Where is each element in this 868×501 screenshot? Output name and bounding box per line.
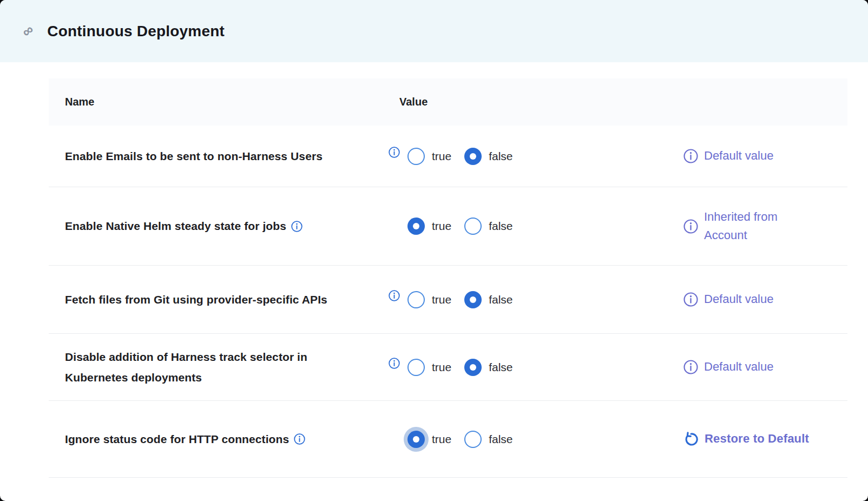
radio-false[interactable]: false [464, 148, 512, 165]
radio-false[interactable]: false [464, 291, 512, 308]
settings-page: ∞ Continuous Deployment Name Value Enabl… [0, 0, 868, 501]
info-icon[interactable] [683, 360, 698, 374]
setting-name-cell: Disable addition of Harness track select… [49, 347, 384, 388]
radio-button[interactable] [464, 431, 482, 448]
setting-status: Inherited from Account [679, 208, 847, 245]
setting-status: Default value [679, 147, 847, 165]
setting-name-cell: Enable Emails to be sent to non-Harness … [49, 146, 384, 167]
column-header-name: Name [49, 96, 384, 108]
table-header: Name Value [49, 78, 847, 126]
info-icon[interactable] [683, 219, 698, 234]
setting-label: Fetch files from Git using provider-spec… [65, 289, 327, 310]
info-icon[interactable] [683, 292, 698, 307]
setting-value-cell: true false [384, 291, 679, 308]
setting-label: Enable Native Helm steady state for jobs [65, 216, 286, 236]
restore-default-button[interactable]: Restore to Default [679, 430, 847, 448]
radio-false[interactable]: false [464, 431, 512, 448]
info-icon[interactable] [389, 290, 400, 301]
status-label: Default value [704, 147, 773, 165]
setting-status: Default value [679, 290, 847, 308]
column-header-value: Value [384, 96, 679, 108]
radio-true[interactable]: true [407, 291, 451, 308]
status-label: Default value [704, 290, 773, 308]
radio-button[interactable] [407, 359, 425, 376]
setting-label: Ignore status code for HTTP connections [65, 429, 289, 450]
radio-true[interactable]: true [407, 217, 451, 235]
setting-value-cell: true false [384, 359, 679, 376]
info-icon[interactable] [389, 147, 400, 158]
info-icon[interactable] [291, 221, 303, 232]
radio-button[interactable] [407, 217, 425, 235]
link-icon[interactable]: ∞ [19, 22, 37, 40]
radio-true[interactable]: true [407, 148, 451, 165]
setting-label: Disable addition of Harness track select… [65, 347, 368, 388]
table-body: Enable Emails to be sent to non-Harness … [49, 126, 847, 478]
info-icon[interactable] [389, 358, 400, 369]
radio-button[interactable] [464, 359, 482, 376]
section-header: ∞ Continuous Deployment [0, 0, 868, 62]
info-icon[interactable] [294, 433, 305, 445]
radio-false[interactable]: false [464, 217, 512, 235]
status-label: Inherited from Account [704, 208, 820, 245]
setting-value-cell: true false [384, 217, 679, 235]
radio-button[interactable] [464, 148, 482, 165]
radio-button[interactable] [407, 291, 425, 308]
radio-button[interactable] [407, 431, 425, 448]
setting-row: Enable Native Helm steady state for jobs… [49, 187, 847, 265]
radio-button[interactable] [407, 148, 425, 165]
setting-row: Ignore status code for HTTP connections … [49, 400, 847, 477]
setting-value-cell: true false [384, 148, 679, 165]
radio-true[interactable]: true [407, 359, 451, 376]
setting-row: Disable addition of Harness track select… [49, 333, 847, 400]
radio-button[interactable] [464, 291, 482, 308]
page-title: Continuous Deployment [47, 23, 225, 40]
status-label: Default value [704, 358, 773, 376]
setting-row: Enable Emails to be sent to non-Harness … [49, 126, 847, 187]
radio-button[interactable] [464, 217, 482, 235]
setting-status: Default value [679, 358, 847, 376]
setting-label: Enable Emails to be sent to non-Harness … [65, 146, 323, 167]
restore-icon[interactable] [683, 432, 699, 447]
setting-value-cell: true false [384, 431, 679, 448]
status-label[interactable]: Restore to Default [705, 430, 809, 448]
setting-name-cell: Enable Native Helm steady state for jobs [49, 216, 384, 236]
radio-false[interactable]: false [464, 359, 512, 376]
setting-row: Fetch files from Git using provider-spec… [49, 265, 847, 333]
setting-name-cell: Fetch files from Git using provider-spec… [49, 289, 384, 310]
setting-name-cell: Ignore status code for HTTP connections [49, 429, 384, 450]
info-icon[interactable] [683, 149, 698, 163]
settings-table: Name Value Enable Emails to be sent to n… [49, 78, 847, 478]
radio-true[interactable]: true [407, 431, 451, 448]
